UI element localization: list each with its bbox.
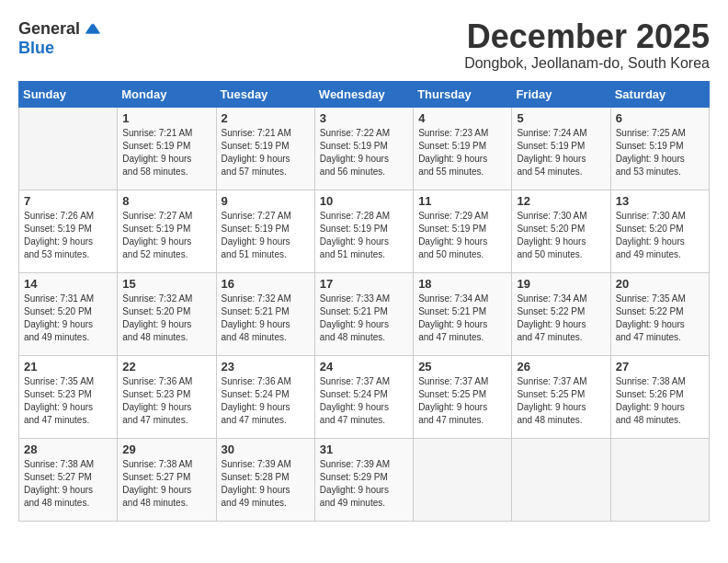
daylight-text: Daylight: 9 hours [616, 154, 685, 164]
sunset-text: Sunset: 5:19 PM [320, 224, 388, 234]
day-number: 21 [24, 360, 112, 373]
calendar-cell: 26Sunrise: 7:37 AMSunset: 5:25 PMDayligh… [512, 355, 610, 438]
sunrise-text: Sunrise: 7:30 AM [616, 211, 686, 221]
day-info: Sunrise: 7:22 AMSunset: 5:19 PMDaylight:… [320, 127, 408, 178]
calendar-cell: 15Sunrise: 7:32 AMSunset: 5:20 PMDayligh… [118, 272, 216, 355]
daylight-text: Daylight: 9 hours [616, 236, 685, 247]
daylight-text: Daylight: 9 hours [616, 402, 685, 412]
calendar-cell: 22Sunrise: 7:36 AMSunset: 5:23 PMDayligh… [118, 355, 216, 438]
sunset-text: Sunset: 5:19 PM [122, 141, 190, 151]
day-number: 23 [222, 360, 310, 373]
day-info: Sunrise: 7:36 AMSunset: 5:23 PMDaylight:… [122, 375, 210, 427]
sunset-text: Sunset: 5:27 PM [122, 472, 190, 482]
calendar-week-row: 28Sunrise: 7:38 AMSunset: 5:27 PMDayligh… [19, 438, 710, 521]
sunset-text: Sunset: 5:25 PM [517, 389, 585, 399]
sunrise-text: Sunrise: 7:27 AM [122, 211, 192, 221]
sunrise-text: Sunrise: 7:38 AM [616, 376, 686, 386]
sunrise-text: Sunrise: 7:39 AM [222, 459, 291, 469]
calendar-table: SundayMondayTuesdayWednesdayThursdayFrid… [18, 81, 710, 522]
daylight-text: and 53 minutes. [24, 249, 89, 259]
sunrise-text: Sunrise: 7:31 AM [24, 293, 94, 304]
sunrise-text: Sunrise: 7:36 AM [122, 376, 192, 386]
daylight-text: and 47 minutes. [418, 332, 483, 342]
daylight-text: Daylight: 9 hours [517, 402, 586, 412]
calendar-cell: 18Sunrise: 7:34 AMSunset: 5:21 PMDayligh… [414, 272, 512, 355]
calendar-cell: 29Sunrise: 7:38 AMSunset: 5:27 PMDayligh… [118, 438, 216, 521]
day-number: 7 [24, 194, 112, 208]
day-number: 25 [418, 360, 506, 373]
calendar-cell: 5Sunrise: 7:24 AMSunset: 5:19 PMDaylight… [512, 107, 610, 190]
weekday-header-monday: Monday [118, 81, 216, 107]
daylight-text: and 47 minutes. [222, 415, 287, 425]
daylight-text: and 47 minutes. [24, 415, 89, 425]
day-number: 10 [320, 194, 408, 208]
logo-icon [82, 18, 102, 39]
day-number: 16 [222, 277, 310, 291]
sunset-text: Sunset: 5:21 PM [320, 306, 388, 316]
day-number: 29 [122, 442, 210, 456]
day-info: Sunrise: 7:25 AMSunset: 5:19 PMDaylight:… [616, 127, 704, 178]
day-info: Sunrise: 7:32 AMSunset: 5:21 PMDaylight:… [222, 293, 310, 344]
day-number: 11 [418, 194, 506, 208]
sunset-text: Sunset: 5:25 PM [418, 389, 486, 399]
daylight-text: and 48 minutes. [616, 415, 681, 425]
calendar-cell: 2Sunrise: 7:21 AMSunset: 5:19 PMDaylight… [216, 107, 314, 190]
calendar-cell: 9Sunrise: 7:27 AMSunset: 5:19 PMDaylight… [216, 190, 314, 272]
daylight-text: Daylight: 9 hours [418, 402, 487, 412]
day-info: Sunrise: 7:37 AMSunset: 5:25 PMDaylight:… [418, 375, 506, 427]
daylight-text: and 48 minutes. [320, 332, 385, 342]
daylight-text: Daylight: 9 hours [24, 319, 93, 329]
calendar-cell: 7Sunrise: 7:26 AMSunset: 5:19 PMDaylight… [19, 190, 118, 272]
daylight-text: Daylight: 9 hours [24, 485, 93, 495]
daylight-text: Daylight: 9 hours [517, 319, 586, 329]
day-number: 14 [24, 277, 112, 291]
calendar-cell: 3Sunrise: 7:22 AMSunset: 5:19 PMDaylight… [314, 107, 413, 190]
day-info: Sunrise: 7:24 AMSunset: 5:19 PMDaylight:… [517, 127, 605, 178]
daylight-text: Daylight: 9 hours [320, 319, 389, 329]
daylight-text: Daylight: 9 hours [24, 402, 93, 412]
calendar-cell: 8Sunrise: 7:27 AMSunset: 5:19 PMDaylight… [118, 190, 216, 272]
sunset-text: Sunset: 5:19 PM [418, 141, 486, 151]
daylight-text: Daylight: 9 hours [320, 236, 389, 247]
daylight-text: and 53 minutes. [616, 167, 681, 177]
logo-general-text: General [18, 19, 80, 39]
calendar-cell [512, 438, 610, 521]
sunrise-text: Sunrise: 7:26 AM [24, 211, 94, 221]
calendar-cell: 12Sunrise: 7:30 AMSunset: 5:20 PMDayligh… [512, 190, 610, 272]
weekday-header-thursday: Thursday [414, 81, 512, 107]
daylight-text: Daylight: 9 hours [122, 319, 191, 329]
calendar-cell: 6Sunrise: 7:25 AMSunset: 5:19 PMDaylight… [610, 107, 709, 190]
daylight-text: and 48 minutes. [122, 498, 188, 508]
day-number: 22 [122, 360, 210, 373]
sunset-text: Sunset: 5:28 PM [222, 472, 290, 482]
day-number: 15 [122, 277, 210, 291]
sunrise-text: Sunrise: 7:21 AM [222, 128, 291, 138]
calendar-cell: 27Sunrise: 7:38 AMSunset: 5:26 PMDayligh… [610, 355, 709, 438]
page-header: General Blue December 2025 Dongbok, Jeol… [18, 18, 710, 72]
daylight-text: Daylight: 9 hours [222, 402, 290, 412]
sunrise-text: Sunrise: 7:36 AM [222, 376, 291, 386]
calendar-cell [19, 107, 118, 190]
day-number: 6 [616, 111, 704, 125]
sunrise-text: Sunrise: 7:22 AM [320, 128, 390, 138]
sunset-text: Sunset: 5:19 PM [122, 224, 190, 234]
calendar-cell: 4Sunrise: 7:23 AMSunset: 5:19 PMDaylight… [414, 107, 512, 190]
day-number: 24 [320, 360, 408, 373]
daylight-text: and 51 minutes. [320, 249, 385, 259]
day-number: 12 [517, 194, 605, 208]
sunrise-text: Sunrise: 7:35 AM [616, 293, 686, 304]
day-info: Sunrise: 7:36 AMSunset: 5:24 PMDaylight:… [222, 375, 310, 427]
day-number: 1 [122, 111, 210, 125]
sunset-text: Sunset: 5:22 PM [616, 306, 684, 316]
sunset-text: Sunset: 5:26 PM [616, 389, 684, 399]
day-number: 17 [320, 277, 408, 291]
day-info: Sunrise: 7:39 AMSunset: 5:28 PMDaylight:… [222, 458, 310, 510]
sunrise-text: Sunrise: 7:30 AM [517, 211, 586, 221]
calendar-cell: 10Sunrise: 7:28 AMSunset: 5:19 PMDayligh… [314, 190, 413, 272]
calendar-cell: 31Sunrise: 7:39 AMSunset: 5:29 PMDayligh… [314, 438, 413, 521]
calendar-cell: 19Sunrise: 7:34 AMSunset: 5:22 PMDayligh… [512, 272, 610, 355]
sunrise-text: Sunrise: 7:33 AM [320, 293, 390, 304]
daylight-text: and 49 minutes. [320, 498, 385, 508]
day-info: Sunrise: 7:39 AMSunset: 5:29 PMDaylight:… [320, 458, 408, 510]
daylight-text: and 50 minutes. [418, 249, 483, 259]
